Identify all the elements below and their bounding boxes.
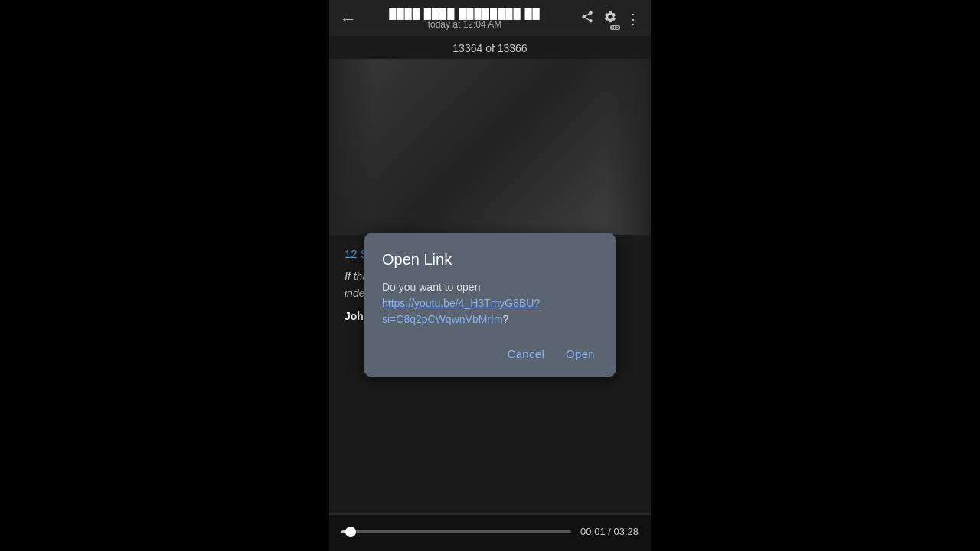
dialog-overlay: Open Link Do you want to open https://yo… (329, 59, 651, 551)
dialog-body-suffix: ? (503, 313, 509, 325)
title-block: ████ ████ ████████ ██ today at 12:04 AM (357, 8, 573, 30)
right-black-bar (651, 0, 980, 551)
dialog-body: Do you want to open https://youtu.be/4_H… (382, 279, 598, 328)
more-options-icon[interactable]: ⋮ (626, 11, 640, 28)
back-button[interactable]: ← (340, 9, 357, 29)
media-area: Open Link Do you want to open https://yo… (329, 59, 651, 551)
hd-badge: HD (610, 25, 620, 30)
open-button[interactable]: Open (563, 343, 598, 365)
settings-icon[interactable]: HD (603, 10, 617, 28)
top-icons: HD ⋮ (580, 10, 640, 28)
message-counter: 13364 of 13366 (452, 42, 527, 54)
message-time: today at 12:04 AM (428, 19, 502, 30)
share-icon[interactable] (580, 10, 594, 28)
dialog-link[interactable]: https://youtu.be/4_H3TmyG8BU?si=C8q2pCWq… (382, 297, 540, 325)
dialog-title: Open Link (382, 251, 598, 269)
cancel-button[interactable]: Cancel (505, 343, 548, 365)
phone-panel: ← ████ ████ ████████ ██ today at 12:04 A… (329, 0, 651, 551)
dialog-body-prefix: Do you want to open (382, 281, 480, 293)
left-black-bar (0, 0, 329, 551)
dialog-actions: Cancel Open (382, 343, 598, 365)
top-bar: ← ████ ████ ████████ ██ today at 12:04 A… (329, 0, 651, 36)
channel-title: ████ ████ ████████ ██ (389, 8, 541, 19)
open-link-dialog: Open Link Do you want to open https://yo… (364, 233, 616, 377)
counter-bar: 13364 of 13366 (329, 36, 651, 59)
